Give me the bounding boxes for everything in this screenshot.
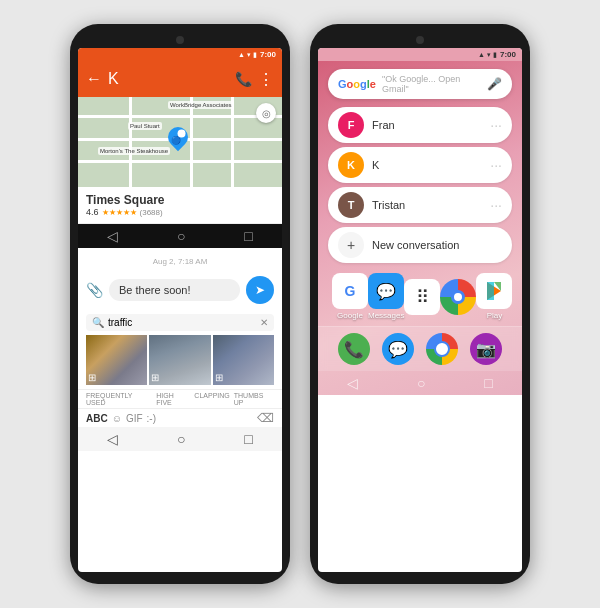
messages-app-icon[interactable]: 💬	[368, 273, 404, 309]
keyboard-delete[interactable]: ⌫	[257, 411, 274, 425]
nav-home[interactable]: ○	[177, 228, 185, 244]
status-bar-right: ▲ ▾ ▮ 7:00	[318, 48, 522, 61]
wifi-icon-right: ▾	[487, 51, 491, 59]
right-phone: ▲ ▾ ▮ 7:00 Google "Ok Google... Open Gma…	[310, 24, 530, 584]
app-messages[interactable]: 💬 Messages	[368, 273, 404, 320]
app-drawer[interactable]: ⠿	[404, 279, 440, 315]
directions-button[interactable]: ◎	[256, 103, 276, 123]
left-screen: ▲ ▾ ▮ 7:00 ← K 📞 ⋮ WorkBridge Associates	[78, 48, 282, 572]
keyboard-emoji[interactable]: ☺	[112, 413, 122, 424]
bottom-nav-home-right[interactable]: ○	[417, 375, 425, 391]
contact-initial: K	[108, 70, 229, 88]
image-expand-icon-3: ⊞	[215, 372, 223, 383]
contact-avatar-k: K	[338, 152, 364, 178]
status-time-left: 7:00	[260, 50, 276, 59]
bottom-nav-recents[interactable]: □	[244, 431, 252, 447]
star-rating: 4.6	[86, 207, 99, 217]
category-thumbs-up[interactable]: THUMBS UP	[234, 392, 274, 406]
contact-item-fran[interactable]: F Fran ···	[328, 107, 512, 143]
front-camera	[176, 36, 184, 44]
bottom-nav-back[interactable]: ◁	[107, 431, 118, 447]
contact-name-tristan: Tristan	[372, 199, 482, 211]
image-result-2[interactable]: ⊞	[149, 335, 210, 385]
svg-marker-1	[487, 282, 494, 300]
contact-item-tristan[interactable]: T Tristan ···	[328, 187, 512, 223]
new-conv-plus-icon: +	[338, 232, 364, 258]
map-road	[190, 97, 193, 187]
map-label-paul: Paul Stuart	[128, 122, 162, 130]
status-bar-left: ▲ ▾ ▮ 7:00	[78, 48, 282, 61]
home-dock: 📞 💬 📷	[318, 326, 522, 371]
battery-icon: ▮	[253, 51, 257, 59]
wifi-icon: ▾	[247, 51, 251, 59]
map-road	[231, 97, 234, 187]
search-input[interactable]	[108, 317, 256, 328]
phone-icon[interactable]: 📞	[235, 71, 252, 87]
search-row: 🔍 ✕	[86, 314, 274, 331]
dock-chrome-icon[interactable]	[426, 333, 458, 365]
new-conversation-button[interactable]: + New conversation	[328, 227, 512, 263]
message-area: 📎 Be there soon! ➤	[78, 270, 282, 310]
map-label-workbridge: WorkBridge Associates	[168, 101, 234, 109]
battery-icon-right: ▮	[493, 51, 497, 59]
attach-icon[interactable]: 📎	[86, 282, 103, 298]
category-frequently-used[interactable]: FREQUENTLY USED	[86, 392, 152, 406]
dock-sms-icon[interactable]: 💬	[382, 333, 414, 365]
search-icon: 🔍	[92, 317, 104, 328]
app-drawer-icon[interactable]: ⠿	[404, 279, 440, 315]
google-search-bar[interactable]: Google "Ok Google... Open Gmail" 🎤	[328, 69, 512, 99]
front-camera-right	[416, 36, 424, 44]
google-app-icon[interactable]: G	[332, 273, 368, 309]
map-road	[129, 97, 132, 187]
bottom-nav-bar-left: ◁ ○ □	[78, 427, 282, 451]
map-road	[78, 160, 282, 163]
back-button[interactable]: ←	[86, 70, 102, 88]
nav-recents[interactable]: □	[244, 228, 252, 244]
home-app-row: G Google 💬 Messages ⠿	[318, 267, 522, 326]
app-play[interactable]: Play	[476, 273, 512, 320]
bottom-nav-back-right[interactable]: ◁	[347, 375, 358, 391]
search-clear-icon[interactable]: ✕	[260, 317, 268, 328]
dock-camera-icon[interactable]: 📷	[470, 333, 502, 365]
app-google[interactable]: G Google	[332, 273, 368, 320]
keyboard-abc: ABC	[86, 413, 108, 424]
message-timestamp: Aug 2, 7:18 AM	[78, 248, 282, 270]
signal-icon-right: ▲	[478, 51, 485, 58]
bottom-nav-home[interactable]: ○	[177, 431, 185, 447]
send-button[interactable]: ➤	[246, 276, 274, 304]
play-app-label: Play	[487, 311, 503, 320]
new-conversation-label: New conversation	[372, 239, 459, 251]
category-high-five[interactable]: HIGH FIVE	[156, 392, 190, 406]
signal-icon: ▲	[238, 51, 245, 58]
contact-menu-tristan[interactable]: ···	[490, 197, 502, 213]
status-icons-left: ▲ ▾ ▮	[238, 51, 257, 59]
category-clapping[interactable]: CLAPPING	[194, 392, 229, 406]
map-road	[78, 115, 282, 118]
contact-menu-fran[interactable]: ···	[490, 117, 502, 133]
review-count: (3688)	[140, 208, 163, 217]
contact-avatar-tristan: T	[338, 192, 364, 218]
messages-app-label: Messages	[368, 311, 404, 320]
play-app-icon[interactable]	[476, 273, 512, 309]
dock-phone-icon[interactable]: 📞	[338, 333, 370, 365]
keyboard-special[interactable]: :-)	[147, 413, 156, 424]
message-bubble[interactable]: Be there soon!	[109, 279, 240, 301]
google-search-placeholder[interactable]: "Ok Google... Open Gmail"	[382, 74, 481, 94]
contact-item-k[interactable]: K K ···	[328, 147, 512, 183]
image-results: ⊞ ⊞ ⊞	[86, 335, 274, 385]
image-result-1[interactable]: ⊞	[86, 335, 147, 385]
more-menu-icon[interactable]: ⋮	[258, 70, 274, 89]
image-result-3[interactable]: ⊞	[213, 335, 274, 385]
chrome-app-icon[interactable]	[440, 279, 476, 315]
contact-avatar-fran: F	[338, 112, 364, 138]
contact-menu-k[interactable]: ···	[490, 157, 502, 173]
google-logo: Google	[338, 78, 376, 90]
mic-icon[interactable]: 🎤	[487, 77, 502, 91]
right-screen: ▲ ▾ ▮ 7:00 Google "Ok Google... Open Gma…	[318, 48, 522, 572]
bottom-nav-recents-right[interactable]: □	[484, 375, 492, 391]
map-label-mortons: Morton's The Steakhouse	[98, 147, 170, 155]
contact-name-fran: Fran	[372, 119, 482, 131]
app-chrome[interactable]	[440, 279, 476, 315]
nav-back[interactable]: ◁	[107, 228, 118, 244]
keyboard-gif[interactable]: GIF	[126, 413, 143, 424]
